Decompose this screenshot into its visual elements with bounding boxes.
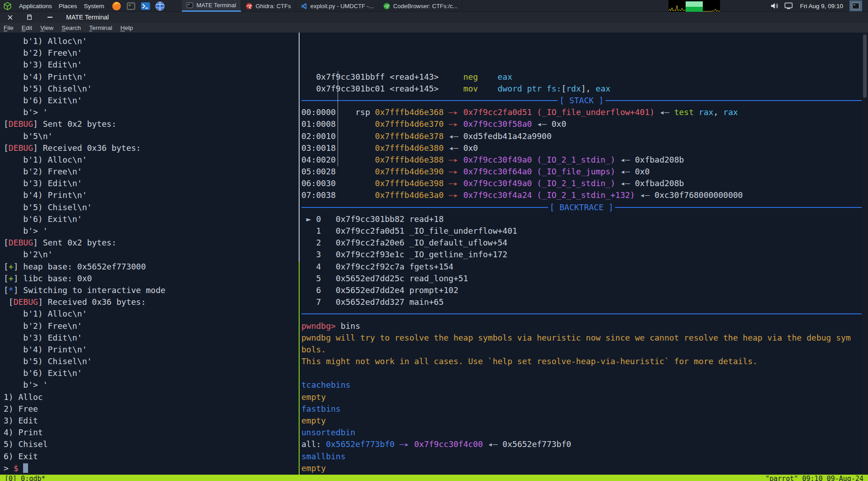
panel-menu-places[interactable]: Places: [59, 3, 77, 10]
parrot-menu-icon[interactable]: [3, 1, 12, 11]
terminal-line: [+] libc base: 0x0: [4, 273, 297, 284]
taskbar-label: MATE Terminal: [196, 2, 236, 9]
panel-launchers: [112, 0, 165, 12]
powershell-icon[interactable]: [141, 1, 150, 11]
taskbar-item-ghidra[interactable]: Ghidra: CTFs: [241, 0, 296, 12]
system-tray: Fri Aug 9, 09:10: [668, 0, 868, 12]
terminal-line: 2 0x7f9cc2fa20e6 _IO_default_uflow+54: [301, 237, 862, 249]
terminal-line: 4) Print: [4, 427, 297, 438]
terminal-line: bols.: [301, 344, 862, 356]
panel-clock[interactable]: Fri Aug 9, 09:10: [800, 3, 843, 10]
terminal-content[interactable]: b'1) Alloc\n' b'2) Free\n' b'3) Edit\n' …: [0, 33, 868, 475]
terminal-line: b'1) Alloc\n': [4, 35, 297, 47]
tmux-left-pane[interactable]: b'1) Alloc\n' b'2) Free\n' b'3) Edit\n' …: [4, 33, 297, 475]
terminal-line: 06:0030 0x7fffb4d6e398 —▸ 0x7f9cc30f49a0…: [301, 178, 862, 189]
terminal-line: b'> ': [4, 106, 297, 118]
terminal-line: fastbins: [301, 403, 862, 415]
menubar-item-help[interactable]: Help: [120, 24, 133, 31]
terminal-line: 2) Free: [4, 403, 297, 415]
terminal-line: This might not work in all cases. Use `h…: [301, 356, 862, 367]
terminal-line: [DEBUG] Received 0x36 bytes:: [4, 296, 297, 308]
stack-offset-divider: [338, 71, 338, 166]
scrollbar-thumb[interactable]: [863, 34, 867, 98]
top-panel: Applications Places System: [0, 0, 868, 12]
cpu-graph[interactable]: [668, 0, 686, 12]
terminal-launcher-icon[interactable]: [126, 1, 136, 11]
terminal-line: 5 0x5652ed7dd25c read_long+51: [301, 273, 862, 284]
terminal-line: b'5\n': [4, 130, 297, 142]
network-graph[interactable]: [703, 0, 720, 12]
firefox-icon[interactable]: [112, 1, 121, 11]
terminal-line: smallbins: [301, 451, 862, 462]
terminal-line: [+] heap base: 0x5652ef773000: [4, 261, 297, 273]
terminal-line: 0x7f9cc301bc01 <read+145> mov dword ptr …: [301, 83, 862, 95]
terminal-line: b'> ': [4, 379, 297, 391]
terminal-line: tcachebins: [301, 379, 862, 391]
terminal-line: b'5) Chisel\n': [4, 356, 297, 367]
terminal-menubar: FileEditViewSearchTerminalHelp: [0, 23, 868, 33]
window-taskbar: MATE Terminal Ghidra: CTFs exploit.py - …: [182, 0, 463, 12]
terminal-line: 4 0x7f9cc2f92c7a fgets+154: [301, 261, 862, 273]
terminal-line: [*] Switching to interactive mode: [4, 284, 297, 296]
tmux-status-bar: [0] 0:gdb* "parrot" 09:10 09-Aug-24: [0, 475, 868, 481]
terminal-line: empty: [301, 462, 862, 474]
context-section-separator: [ BACKTRACE ]: [301, 202, 862, 213]
menubar-item-file[interactable]: File: [4, 24, 14, 31]
taskbar-item-vscode-exploit[interactable]: exploit.py - UMDCTF -...: [296, 0, 379, 12]
desktop: Applications Places System: [0, 0, 868, 481]
terminal-line: [DEBUG] Sent 0x2 bytes:: [4, 237, 297, 249]
panel-menu-applications[interactable]: Applications: [19, 3, 52, 10]
menubar-item-terminal[interactable]: Terminal: [89, 24, 112, 31]
terminal-window-icon: [186, 2, 193, 9]
tray-terminal-icon[interactable]: [849, 0, 862, 11]
terminal-line: b'2\n': [4, 249, 297, 260]
terminal-line: [DEBUG] Received 0x36 bytes:: [4, 142, 297, 154]
section-label: [ BACKTRACE ]: [548, 202, 615, 213]
display-icon[interactable]: [784, 2, 793, 10]
menubar-item-search[interactable]: Search: [62, 24, 81, 31]
memory-graph[interactable]: [686, 0, 703, 12]
terminal-line: b'6) Exit\n': [4, 367, 297, 379]
terminal-line: 3) Edit: [4, 415, 297, 427]
context-section-separator: [ STACK ]: [301, 95, 862, 106]
terminal-line: b'2) Free\n': [4, 47, 297, 59]
menubar-item-view[interactable]: View: [40, 24, 53, 31]
terminal-line: 1) Alloc: [4, 391, 297, 403]
window-title: MATE Terminal: [66, 12, 109, 23]
terminal-line: b'6) Exit\n': [4, 213, 297, 225]
terminal-line: unsortedbin: [301, 427, 862, 438]
terminal-line: b'3) Edit\n': [4, 59, 297, 71]
window-titlebar: MATE Terminal: [0, 12, 868, 23]
maximize-button[interactable]: [25, 12, 34, 23]
close-button[interactable]: [5, 12, 14, 23]
terminal-line: all: 0x5652ef773bf0 —▸ 0x7f9cc30f4c00 ◂—…: [301, 438, 862, 450]
terminal-line: b'6) Exit\n': [4, 95, 297, 106]
taskbar-item-codebrowser[interactable]: CodeBrowser: CTFs:/c...: [379, 0, 463, 12]
tmux-pane-divider-top[interactable]: [299, 33, 300, 262]
terminal-scrollbar[interactable]: [862, 33, 868, 475]
tmux-right-pane-gdb[interactable]: 0x7f9cc301bbff <read+143> neg eax 0x7f9c…: [301, 33, 862, 475]
terminal-line: b'5) Chisel\n': [4, 83, 297, 95]
volume-icon[interactable]: [771, 2, 779, 10]
tmux-session-window[interactable]: [0] 0:gdb*: [5, 475, 45, 481]
terminal-line: 02:0010 0x7fffb4d6e378 ◂— 0xd5fedb41a42a…: [301, 130, 862, 142]
panel-menus: Applications Places System: [3, 0, 104, 12]
terminal-line: empty: [301, 391, 862, 403]
terminal-line: 6) Exit: [4, 451, 297, 462]
tmux-pane-divider-bottom[interactable]: [299, 262, 300, 475]
terminal-line: b'4) Print\n': [4, 189, 297, 201]
terminal-line: 01:0008 0x7fffb4d6e370 —▸ 0x7f9cc30f58a0…: [301, 118, 862, 130]
panel-menu-system[interactable]: System: [84, 3, 104, 10]
menubar-item-edit[interactable]: Edit: [22, 24, 32, 31]
taskbar-item-mate-terminal[interactable]: MATE Terminal: [182, 0, 241, 12]
minimize-button[interactable]: [45, 12, 54, 23]
terminal-line: 6 0x5652ed7dd2e4 prompt+102: [301, 284, 862, 296]
vscode-icon: [300, 3, 307, 10]
terminal-line: [301, 367, 862, 379]
terminal-line: 07:0038 0x7fffb4d6e3a0 —▸ 0x7f9cc30f4a24…: [301, 189, 862, 201]
anonsurf-icon[interactable]: [155, 1, 165, 11]
ghidra-icon: [246, 3, 253, 10]
block-cursor: [23, 463, 28, 473]
section-label: [ STACK ]: [558, 95, 606, 106]
taskbar-label: CodeBrowser: CTFs:/c...: [393, 3, 458, 10]
